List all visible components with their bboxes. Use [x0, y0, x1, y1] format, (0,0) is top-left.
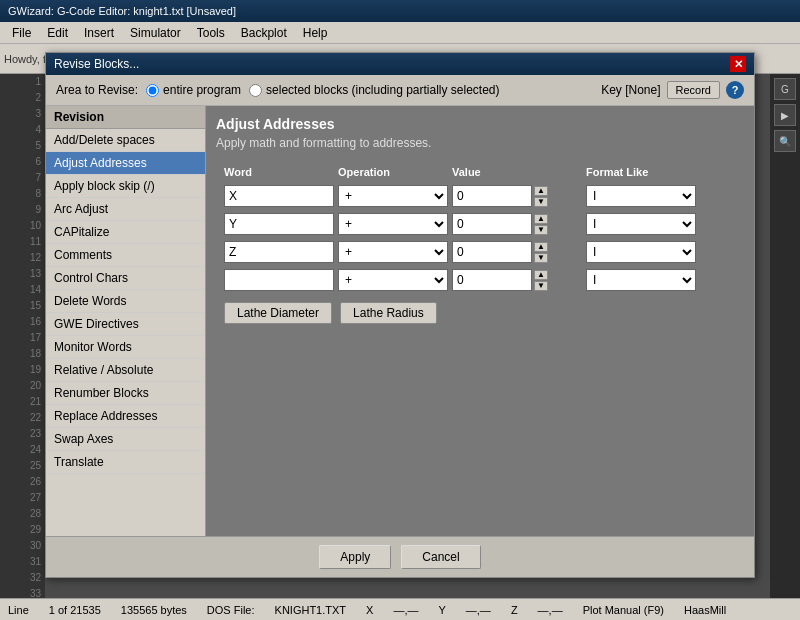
spin-down-1[interactable]: ▼ — [534, 225, 548, 235]
status-line-value: 1 of 21535 — [49, 604, 101, 616]
col-header-format: Format Like — [586, 166, 696, 178]
line-number: 18 — [0, 346, 45, 362]
line-number: 6 — [0, 154, 45, 170]
revision-item-capitalize[interactable]: CAPitalize — [46, 221, 205, 244]
radio-entire-program[interactable]: entire program — [146, 83, 241, 97]
spin-up-1[interactable]: ▲ — [534, 214, 548, 224]
menu-tools[interactable]: Tools — [189, 24, 233, 42]
revision-item-monitor-words[interactable]: Monitor Words — [46, 336, 205, 359]
line-number: 21 — [0, 394, 45, 410]
lathe-diameter-button[interactable]: Lathe Diameter — [224, 302, 332, 324]
value-input-1[interactable] — [452, 213, 532, 235]
revision-item-delete-words[interactable]: Delete Words — [46, 290, 205, 313]
revision-item-replace-addresses[interactable]: Replace Addresses — [46, 405, 205, 428]
revision-item-gwe-directives[interactable]: GWE Directives — [46, 313, 205, 336]
spin-up-2[interactable]: ▲ — [534, 242, 548, 252]
revision-item-translate[interactable]: Translate — [46, 451, 205, 474]
dialog-titlebar: Revise Blocks... ✕ — [46, 53, 754, 75]
dialog-close-button[interactable]: ✕ — [730, 56, 746, 72]
line-number: 32 — [0, 570, 45, 586]
status-x-value: —,— — [393, 604, 418, 616]
word-input-3[interactable] — [224, 269, 334, 291]
spin-down-0[interactable]: ▼ — [534, 197, 548, 207]
radio-entire-program-label: entire program — [163, 83, 241, 97]
line-number: 28 — [0, 506, 45, 522]
revision-item-swap-axes[interactable]: Swap Axes — [46, 428, 205, 451]
format-select-1[interactable]: IFGXYZ — [586, 213, 696, 235]
operation-select-3[interactable]: +-*/=RoundAbs — [338, 269, 448, 291]
lathe-radius-button[interactable]: Lathe Radius — [340, 302, 437, 324]
cancel-button[interactable]: Cancel — [401, 545, 480, 569]
operation-select-2[interactable]: +-*/=RoundAbs — [338, 241, 448, 263]
menu-insert[interactable]: Insert — [76, 24, 122, 42]
menu-simulator[interactable]: Simulator — [122, 24, 189, 42]
revision-item-renumber-blocks[interactable]: Renumber Blocks — [46, 382, 205, 405]
spin-up-3[interactable]: ▲ — [534, 270, 548, 280]
line-number: 16 — [0, 314, 45, 330]
revision-item-arc-adjust[interactable]: Arc Adjust — [46, 198, 205, 221]
format-select-0[interactable]: IFGXYZ — [586, 185, 696, 207]
spin-down-2[interactable]: ▼ — [534, 253, 548, 263]
status-y-value: —,— — [466, 604, 491, 616]
format-select-3[interactable]: IFGXYZ — [586, 269, 696, 291]
line-number: 15 — [0, 298, 45, 314]
radio-entire-program-input[interactable] — [146, 84, 159, 97]
area-label: Area to Revise: — [56, 83, 138, 97]
line-number: 5 — [0, 138, 45, 154]
value-input-2[interactable] — [452, 241, 532, 263]
menu-backplot[interactable]: Backplot — [233, 24, 295, 42]
status-line-label: Line — [8, 604, 29, 616]
word-input-0[interactable] — [224, 185, 334, 207]
side-icon-2[interactable]: ▶ — [774, 104, 796, 126]
status-bar: Line 1 of 21535 135565 bytes DOS File: K… — [0, 598, 800, 620]
word-input-2[interactable] — [224, 241, 334, 263]
revision-content: Adjust Addresses Apply math and formatti… — [206, 106, 754, 536]
address-row-2: +-*/=RoundAbs ▲ ▼ IFGXYZ — [216, 238, 744, 266]
format-select-2[interactable]: IFGXYZ — [586, 241, 696, 263]
line-number: 12 — [0, 250, 45, 266]
revision-item-apply-block-skip-[interactable]: Apply block skip (/) — [46, 175, 205, 198]
radio-selected-blocks-input[interactable] — [249, 84, 262, 97]
line-number: 17 — [0, 330, 45, 346]
address-table-header: Word Operation Value Format Like — [216, 162, 744, 182]
radio-selected-blocks[interactable]: selected blocks (including partially sel… — [249, 83, 499, 97]
revision-item-comments[interactable]: Comments — [46, 244, 205, 267]
help-icon[interactable]: ? — [726, 81, 744, 99]
side-icon-3[interactable]: 🔍 — [774, 130, 796, 152]
value-group-2: ▲ ▼ — [452, 241, 582, 263]
revision-header: Revision — [46, 106, 205, 129]
menu-help[interactable]: Help — [295, 24, 336, 42]
status-x-label: X — [366, 604, 373, 616]
status-bytes: 135565 bytes — [121, 604, 187, 616]
operation-select-0[interactable]: +-*/=RoundAbs — [338, 185, 448, 207]
app-menu: File Edit Insert Simulator Tools Backplo… — [0, 22, 800, 44]
line-number-column: 1234567891011121314151617181920212223242… — [0, 74, 45, 598]
record-button[interactable]: Record — [667, 81, 720, 99]
revision-item-control-chars[interactable]: Control Chars — [46, 267, 205, 290]
col-header-word: Word — [224, 166, 334, 178]
line-number: 19 — [0, 362, 45, 378]
key-record-area: Key [None] Record ? — [601, 81, 744, 99]
status-mode: Plot Manual (F9) — [583, 604, 664, 616]
menu-file[interactable]: File — [4, 24, 39, 42]
spin-up-0[interactable]: ▲ — [534, 186, 548, 196]
status-dos-label: DOS File: — [207, 604, 255, 616]
value-input-0[interactable] — [452, 185, 532, 207]
revise-blocks-dialog: Revise Blocks... ✕ Area to Revise: entir… — [45, 52, 755, 578]
revision-item-relative-absolute[interactable]: Relative / Absolute — [46, 359, 205, 382]
revision-item-adjust-addresses[interactable]: Adjust Addresses — [46, 152, 205, 175]
spinner-2: ▲ ▼ — [534, 242, 548, 263]
operation-select-1[interactable]: +-*/=RoundAbs — [338, 213, 448, 235]
side-icon-1[interactable]: G — [774, 78, 796, 100]
spin-down-3[interactable]: ▼ — [534, 281, 548, 291]
apply-button[interactable]: Apply — [319, 545, 391, 569]
dialog-footer: Apply Cancel — [46, 536, 754, 577]
revision-item-add-delete-spaces[interactable]: Add/Delete spaces — [46, 129, 205, 152]
word-input-1[interactable] — [224, 213, 334, 235]
menu-edit[interactable]: Edit — [39, 24, 76, 42]
status-machine: HaasMill — [684, 604, 726, 616]
line-number: 7 — [0, 170, 45, 186]
address-rows-container: +-*/=RoundAbs ▲ ▼ IFGXYZ+-*/=RoundAbs ▲ … — [216, 182, 744, 294]
value-input-3[interactable] — [452, 269, 532, 291]
line-number: 26 — [0, 474, 45, 490]
